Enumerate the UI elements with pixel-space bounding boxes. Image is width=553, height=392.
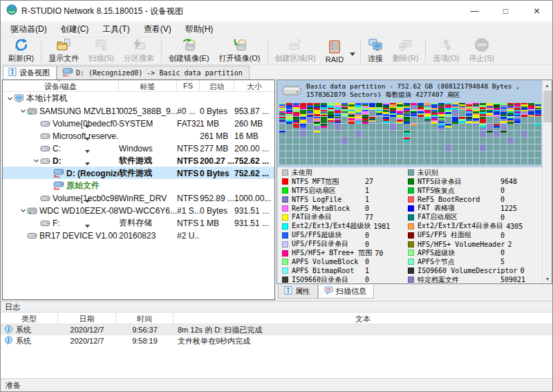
close-button[interactable]: ✕: [521, 1, 552, 21]
legend-label: UFS/FFS 柱面组: [418, 230, 498, 240]
scan-scrollbar[interactable]: ▲ ▼: [542, 80, 552, 283]
legend-count: 1: [365, 187, 369, 194]
tab-properties[interactable]: 属性: [278, 285, 318, 299]
tree-row[interactable]: 本地计算机: [3, 92, 274, 104]
options-button[interactable]: 选项(O): [428, 38, 464, 64]
tree-row[interactable]: C:WindowsNTFS277 MB200.00 ...: [3, 142, 274, 154]
maximize-button[interactable]: □: [490, 1, 521, 21]
legend-color-chip: [282, 169, 288, 176]
size-cell: 1000.00...: [234, 193, 274, 203]
show-files-icon: [56, 37, 71, 53]
connect-icon: [368, 37, 383, 53]
log-title: 日志: [1, 301, 552, 312]
legend-label: ISO9660 VolumeDescriptor: [418, 267, 518, 274]
device-name: F:: [53, 218, 60, 228]
menu-view[interactable]: 查看(V): [137, 21, 178, 37]
size-cell: 752.62 ...: [234, 168, 274, 178]
legend-item: NTFS恢复点0: [408, 186, 541, 195]
tab-partition[interactable]: Rec. D: (Recognized0) -> Basic data part…: [57, 66, 250, 80]
toolbar-separator: [161, 40, 162, 62]
tree-row[interactable]: Rec.D: (Recognize...软件游戏NTFS0 Bytes752.6…: [3, 167, 274, 179]
legend-count: 0: [500, 232, 505, 239]
menu-tools[interactable]: 工具(T): [95, 21, 136, 37]
info-icon: [4, 336, 13, 346]
legend-color-chip: [408, 232, 414, 239]
menu-help[interactable]: 帮助(H): [178, 21, 221, 37]
tree-row[interactable]: F:资料存储NTFS1 MB931.51 ...: [3, 216, 274, 229]
rec-icon: Rec.: [53, 169, 64, 178]
column-header-fs[interactable]: FS: [177, 80, 200, 91]
legend-item: APFS超级块0: [408, 248, 541, 257]
legend-label: Ext2/Ext3/Ext4超级块: [292, 221, 371, 231]
create-image-button[interactable]: 创建镜像(E): [164, 38, 214, 64]
fs-cell: #2 U...: [177, 230, 200, 241]
raid-button[interactable]: RAID: [321, 38, 348, 64]
log-header: 类型 日期 时间 文本: [1, 312, 552, 324]
log-column-type[interactable]: 类型: [1, 312, 58, 324]
tree-row[interactable]: WDC WD10EZEX-08W...WD-WCC6Y6...#1 S...0 …: [3, 204, 274, 216]
size-cell: 953.87 ...: [234, 106, 274, 116]
tree-row[interactable]: Volume{0bedecf0-..SYSTEMFAT321 MB260 MB: [3, 117, 274, 129]
minimize-button[interactable]: —: [459, 1, 490, 21]
column-header-size[interactable]: 大小: [234, 80, 274, 91]
scan-legend: 未使用NTFS MFT范围27NTFS启动扇区1NTFS LogFile1ReF…: [277, 167, 542, 284]
log-column-date[interactable]: 日期: [58, 312, 116, 324]
scan-blockmap-canvas[interactable]: [279, 103, 542, 165]
open-image-button[interactable]: 打开镜像(O): [214, 38, 265, 64]
scroll-up-icon[interactable]: ▲: [543, 80, 552, 90]
expander-icon[interactable]: [32, 158, 39, 164]
tree-row[interactable]: BR17 DEVICE V1.00 1....20160823#2 U...: [3, 229, 274, 241]
legend-label: APFS超级块: [418, 248, 498, 258]
log-column-text[interactable]: 文本: [174, 312, 552, 324]
legend-label: FAT目录条目: [292, 212, 362, 222]
legend-item: 特定档案文件509021: [408, 275, 541, 284]
log-column-time[interactable]: 时间: [116, 312, 174, 324]
boot-cell: 1 MB: [200, 118, 234, 129]
column-header-label[interactable]: 标签: [119, 80, 177, 91]
scroll-down-icon[interactable]: ▼: [543, 274, 552, 283]
create-region-button[interactable]: 创建区域(R): [270, 38, 321, 64]
legend-item: FAT目录条目77: [282, 213, 408, 222]
tree-row[interactable]: SAMSUNG MZVLB1T0...0025_388B_9...#0 ...0…: [3, 104, 274, 117]
connect-button[interactable]: 连接: [363, 38, 388, 64]
menu-create[interactable]: 创建(C): [54, 21, 96, 37]
boot-cell: 1 MB: [200, 218, 234, 228]
show-files-button[interactable]: 显示文件: [44, 38, 84, 64]
stop-button[interactable]: STOP 停止(S): [464, 38, 499, 64]
expander-icon[interactable]: [19, 207, 26, 214]
menu-drives[interactable]: 驱动器(D): [3, 21, 54, 37]
legend-count: 70: [375, 250, 383, 257]
svg-text:Rec.: Rec.: [54, 175, 61, 178]
legend-count: 0: [500, 196, 505, 203]
scroll-thumb[interactable]: [543, 91, 552, 122]
legend-count: 0: [365, 276, 369, 283]
main-area: ^设备/磁盘 标签 FS 启动 大小 本地计算机SAMSUNG MZVLB1T0…: [1, 80, 552, 301]
legend-label: HFS/HFS+ BTree+ 范围: [292, 248, 372, 258]
label-cell: [119, 185, 177, 186]
partition-search-button[interactable]: 分区搜索: [119, 38, 159, 64]
scan-button[interactable]: 扫描(S): [84, 38, 119, 64]
raid-dropdown-icon[interactable]: [350, 53, 355, 56]
legend-label: 未使用: [292, 168, 362, 178]
tab-scan-info[interactable]: 扫描信息: [318, 285, 374, 299]
column-header-boot[interactable]: 启动: [200, 80, 234, 91]
tab-device-view[interactable]: 设备视图: [3, 66, 57, 80]
window-title: R-STUDIO Network 8.15.180015 - 设备视图: [21, 6, 183, 17]
device-name: SAMSUNG MZVLB1T0...: [39, 106, 119, 116]
log-row[interactable]: 系统2020/12/79:56:378m 12s 的 D: 扫描已完成: [1, 324, 552, 335]
log-row[interactable]: 系统2020/12/79:58:19文件枚举在9秒内完成: [1, 335, 552, 346]
tree-row[interactable]: Microsoft reserve..261 MB16 MB: [3, 129, 274, 142]
column-header-device[interactable]: ^设备/磁盘: [3, 80, 119, 91]
expander-icon[interactable]: [6, 95, 13, 102]
tree-row[interactable]: Rec.原始文件: [3, 179, 274, 192]
legend-color-chip: [408, 187, 414, 194]
delete-button[interactable]: 删除(R): [388, 38, 423, 64]
volume-icon: [40, 145, 50, 152]
refresh-button[interactable]: 刷新(R): [3, 38, 39, 64]
legend-item: NTFS LogFile1: [282, 195, 408, 204]
tree-row[interactable]: D:软件游戏NTFS200.27 ...752.62 ...: [3, 154, 274, 167]
expander-icon[interactable]: [19, 108, 26, 114]
fs-cell: [177, 98, 200, 99]
tree-row[interactable]: Volume{1ecb0c98-..WinRE_DRVNTFS952.89 ..…: [3, 192, 274, 204]
legend-label: 未识别: [418, 168, 498, 178]
